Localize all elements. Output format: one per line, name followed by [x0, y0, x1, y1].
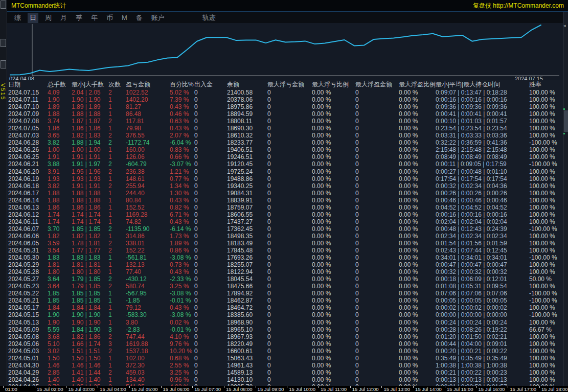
cell-balance: 18690.30 — [227, 125, 267, 132]
cell-pnl: 236.38 — [126, 168, 170, 175]
table-row[interactable]: 2024.07.033.651.82 | 1.832376.552.07 %01… — [8, 132, 565, 139]
cell-min-max-lots: 1.90 | 1.90 — [72, 319, 108, 326]
cell-max-float-profit-pct: 0.00 % — [399, 348, 436, 355]
cell-max-float-loss-pct: 0.00 % — [312, 319, 355, 326]
table-row[interactable]: 2024.06.121.741.74 | 1.7411169.286.71 %0… — [8, 211, 565, 218]
cell-deposit-withdraw: 0 — [194, 233, 227, 240]
cell-pnl-pct: 3.25 % — [170, 283, 194, 290]
table-row[interactable]: 2024.06.191.931.93 | 1.931148.610.77 %01… — [8, 175, 565, 182]
menu-item-备[interactable]: 备 — [134, 13, 145, 23]
cell-count: 2 — [108, 168, 126, 175]
cell-max-float-profit: 0 — [355, 348, 399, 355]
cell-deposit-withdraw: 0 — [194, 103, 227, 110]
cell-count: 2 — [108, 247, 126, 254]
cell-pnl: 77.40 — [126, 268, 170, 275]
menu-item-账户[interactable]: 账户 — [149, 13, 167, 23]
cell-max-float-profit: 0 — [355, 319, 399, 326]
menu-item-轨迹[interactable]: 轨迹 — [200, 13, 218, 23]
table-row[interactable]: 2024.05.083.681.82 | 1.862747.444.10 %01… — [8, 333, 565, 340]
menu-item-月[interactable]: 月 — [58, 13, 69, 23]
table-row[interactable]: 2024.07.101.891.89 | 1.89181.270.43 %018… — [8, 103, 565, 110]
table-row[interactable]: 2024.06.141.881.88 | 1.88180.840.43 %018… — [8, 197, 565, 204]
table-row[interactable]: 2024.06.261.001.00 | 1.001160.000.83 %01… — [8, 146, 565, 153]
table-row[interactable]: 2024.07.091.881.88 | 1.88186.480.46 %018… — [8, 110, 565, 118]
cell-pnl-pct: 1.21 % — [170, 168, 194, 175]
table-row[interactable]: 2024.05.313.541.77 | 1.772152.220.86 %01… — [8, 247, 565, 254]
scrollbar-thumb[interactable] — [564, 110, 568, 132]
cell-min-max-lots: 1.66 | 1.74 — [72, 340, 108, 348]
cell-win-rate: 100.00 % — [529, 96, 561, 103]
table-row[interactable]: 2024.05.301.831.83 | 1.831-561.81-3.08 %… — [8, 254, 565, 261]
cell-max-float-loss-pct: 0.00 % — [312, 304, 355, 311]
cell-pnl-pct: -3.07 % — [170, 160, 194, 168]
table-row[interactable]: 2024.06.171.881.88 | 1.881244.401.30 %01… — [8, 190, 565, 197]
cell-total-lots: 1.91 — [48, 153, 72, 160]
toolbar-button[interactable] — [1, 1, 6, 9]
menu-item-币[interactable]: 币 — [104, 13, 115, 23]
cell-win-rate: 100.00 % — [529, 355, 561, 362]
table-row[interactable]: 2024.06.053.591.78 | 1.812338.011.89 %01… — [8, 240, 565, 247]
cell-win-rate: 100.00 % — [529, 103, 561, 110]
menu-item-综[interactable]: 综 — [12, 13, 23, 23]
table-row[interactable]: 2024.06.131.861.86 | 1.861152.520.82 %01… — [8, 204, 565, 211]
table-row[interactable]: 2024.06.203.911.95 | 1.962236.381.21 %01… — [8, 168, 565, 175]
cell-max-float-loss-pct: 0.00 % — [312, 261, 355, 268]
cell-count: 1 — [108, 297, 126, 304]
table-row[interactable]: 2024.05.151.901.90 | 1.901-583.30-3.08 %… — [8, 311, 565, 318]
table-row[interactable]: 2024.07.083.741.87 | 1.872117.810.63 %01… — [8, 118, 565, 125]
scroll-arrow-icon[interactable]: ◂ — [563, 24, 566, 28]
cell-total-lots: 3.54 — [48, 247, 72, 254]
table-row[interactable]: 2024.06.061.821.82 | 1.821314.861.73 %01… — [8, 233, 565, 240]
cell-date: 2024.05.27 — [8, 275, 48, 283]
window-titlebar[interactable]: MTCommander统计 复盘侠 http://MTCommander.com — [7, 0, 568, 12]
cell-date: 2024.06.21 — [8, 160, 48, 168]
table-row[interactable]: 2024.05.273.641.79 | 1.852-430.12-2.33 %… — [8, 275, 565, 283]
cell-max-float-profit-pct: 0.00 % — [399, 125, 436, 132]
menu-item-年[interactable]: 年 — [89, 13, 100, 23]
table-row[interactable]: 2024.06.251.911.91 | 1.911126.060.66 %01… — [8, 153, 565, 160]
table-row[interactable]: 2024.04.261.401.40 | 1.401134.400.96 %01… — [8, 376, 565, 383]
cell-total-lots: 1.84 — [48, 304, 72, 311]
cell-hold-time: 0:00:16 | 0:00:16 | 0:00:16 — [436, 96, 529, 103]
table-row[interactable]: 2024.06.283.821.88 | 1.942-1172.74-6.04 … — [8, 139, 565, 146]
table-row[interactable]: 2024.05.211.851.85 | 1.851-1.85-0.01 %01… — [8, 297, 565, 304]
cell-pnl: 102.00 — [126, 355, 170, 362]
table-row[interactable]: 2024.06.183.821.91 | 1.912255.941.34 %01… — [8, 182, 565, 190]
scrollbar[interactable]: ◂ — [563, 12, 568, 386]
table-row[interactable]: 2024.07.111.901.90 | 1.9011402.207.39 %0… — [8, 96, 565, 103]
menu-item-日[interactable]: 日 — [28, 13, 38, 23]
cell-pnl: 148.61 — [126, 175, 170, 182]
cell-win-rate: 100.00 % — [529, 268, 561, 275]
cell-total-lots: 1.82 — [48, 233, 72, 240]
toolbar-button[interactable] — [1, 60, 6, 68]
table-row[interactable]: 2024.05.033.021.51 | 1.5121537.1810.20 %… — [8, 348, 565, 355]
table-row[interactable]: 2024.05.131.901.90 | 1.9013.800.02 %0189… — [8, 319, 565, 326]
table-row[interactable]: 2024.05.011.501.50 | 1.501102.000.68 %01… — [8, 355, 565, 362]
menu-item-季[interactable]: 季 — [74, 13, 84, 23]
cell-hold-time: 0:09:07 | 0:13:47 | 0:18:28 — [436, 89, 529, 96]
table-row[interactable]: 2024.05.291.811.81 | 1.811132.130.73 %01… — [8, 261, 565, 268]
cell-balance: 14589.13 — [227, 369, 267, 376]
toolbar-button[interactable] — [1, 39, 6, 47]
table-row[interactable]: 2024.06.213.881.91 | 1.972-604.79-3.07 %… — [8, 160, 565, 168]
table-row[interactable]: 2024.05.281.801.80 | 1.80177.400.43 %018… — [8, 268, 565, 275]
table-row[interactable]: 2024.07.051.861.86 | 1.86179.980.43 %018… — [8, 125, 565, 132]
table-row[interactable]: 2024.05.221.851.85 | 1.851-567.95-3.08 %… — [8, 290, 565, 297]
table-row[interactable]: 2024.04.301.461.46 | 1.461372.302.55 %01… — [8, 362, 565, 369]
table-row[interactable]: 2024.06.073.701.85 | 1.852-1135.90-6.14 … — [8, 225, 565, 233]
cell-hold-time: 0:00:00 | 0:00:00 | 0:00:00 — [436, 311, 529, 318]
cell-min-max-lots: 1.91 | 1.97 — [72, 160, 108, 168]
table-row[interactable]: 2024.06.111.741.74 | 1.74174.820.43 %017… — [8, 218, 565, 225]
table-row[interactable]: 2024.05.233.641.79 | 1.852580.743.25 %01… — [8, 283, 565, 290]
menu-item-M[interactable]: M — [120, 13, 129, 22]
menu-item-周[interactable]: 周 — [43, 13, 54, 23]
table-row[interactable]: 2024.05.065.101.66 | 1.7431619.889.76 %0… — [8, 340, 565, 348]
cell-max-float-loss: 0 — [267, 110, 312, 118]
cell-balance: 19120.45 — [227, 160, 267, 168]
cell-pnl-pct: 2.55 % — [170, 362, 194, 369]
table-row[interactable]: 2024.04.292.851.41 | 1.442459.033.25 %01… — [8, 369, 565, 376]
table-row[interactable]: 2024.05.095.591.84 | 1.903-2.83-0.01 %01… — [8, 326, 565, 333]
table-row[interactable]: 2024.05.171.841.84 | 1.84179.120.43 %018… — [8, 304, 565, 311]
table-row[interactable]: 2024.07.154.092.04 | 2.0521022.525.02 %0… — [8, 89, 565, 96]
cell-min-max-lots: 1.90 | 1.90 — [72, 96, 108, 103]
